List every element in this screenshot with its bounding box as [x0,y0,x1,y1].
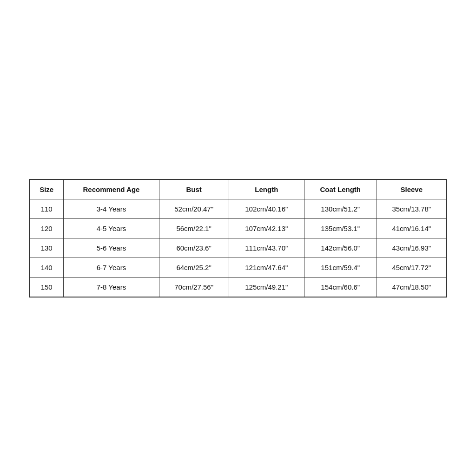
cell-size: 120 [29,218,64,238]
cell-length: 102cm/40.16" [229,199,304,218]
cell-length: 107cm/42.13" [229,218,304,238]
size-chart-container: Size Recommend Age Bust Length Coat Leng… [29,179,447,298]
cell-sleeve: 47cm/18.50" [377,277,447,297]
cell-size: 110 [29,199,64,218]
cell-age: 5-6 Years [64,238,159,258]
cell-age: 4-5 Years [64,218,159,238]
cell-bust: 60cm/23.6" [159,238,229,258]
size-chart-table: Size Recommend Age Bust Length Coat Leng… [29,179,447,298]
table-row: 1305-6 Years60cm/23.6"111cm/43.70"142cm/… [29,238,447,258]
cell-sleeve: 43cm/16.93" [377,238,447,258]
cell-bust: 52cm/20.47" [159,199,229,218]
table-row: 1406-7 Years64cm/25.2"121cm/47.64"151cm/… [29,258,447,277]
col-header-size: Size [29,179,64,199]
col-header-bust: Bust [159,179,229,199]
cell-length: 121cm/47.64" [229,258,304,277]
cell-bust: 64cm/25.2" [159,258,229,277]
cell-size: 130 [29,238,64,258]
col-header-length: Length [229,179,304,199]
cell-age: 6-7 Years [64,258,159,277]
cell-bust: 70cm/27.56" [159,277,229,297]
table-row: 1204-5 Years56cm/22.1"107cm/42.13"135cm/… [29,218,447,238]
col-header-age: Recommend Age [64,179,159,199]
cell-coat_length: 151cm/59.4" [304,258,377,277]
col-header-coat-length: Coat Length [304,179,377,199]
cell-coat_length: 154cm/60.6" [304,277,377,297]
cell-size: 140 [29,258,64,277]
col-header-sleeve: Sleeve [377,179,447,199]
cell-size: 150 [29,277,64,297]
table-row: 1507-8 Years70cm/27.56"125cm/49.21"154cm… [29,277,447,297]
table-header-row: Size Recommend Age Bust Length Coat Leng… [29,179,447,199]
cell-coat_length: 135cm/53.1" [304,218,377,238]
cell-coat_length: 142cm/56.0" [304,238,377,258]
cell-length: 125cm/49.21" [229,277,304,297]
cell-age: 3-4 Years [64,199,159,218]
cell-bust: 56cm/22.1" [159,218,229,238]
cell-length: 111cm/43.70" [229,238,304,258]
cell-sleeve: 45cm/17.72" [377,258,447,277]
cell-sleeve: 35cm/13.78" [377,199,447,218]
cell-sleeve: 41cm/16.14" [377,218,447,238]
table-row: 1103-4 Years52cm/20.47"102cm/40.16"130cm… [29,199,447,218]
cell-coat_length: 130cm/51.2" [304,199,377,218]
cell-age: 7-8 Years [64,277,159,297]
